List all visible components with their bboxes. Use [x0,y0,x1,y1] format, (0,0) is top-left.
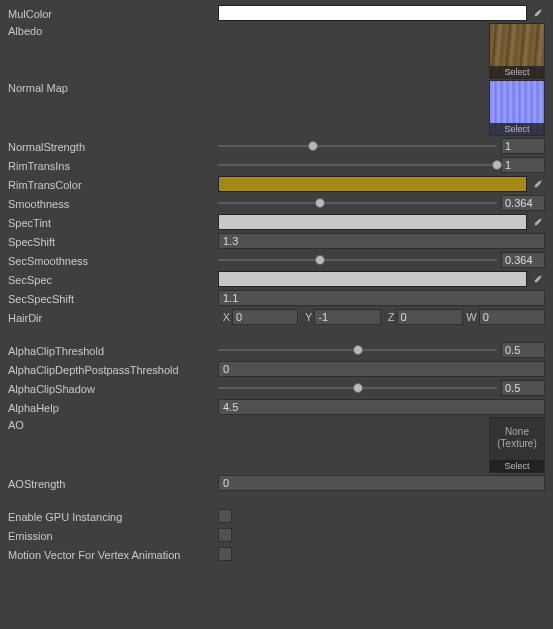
ao-texture-slot[interactable]: None(Texture) Select [489,417,545,473]
rimtranscolor-swatch[interactable] [218,176,527,192]
mulcolor-label: MulColor [8,6,218,20]
spectint-swatch[interactable] [218,214,527,230]
normalstrength-slider[interactable] [218,139,497,153]
specshift-input[interactable]: 1.3 [218,233,545,249]
alphahelp-input[interactable]: 4.5 [218,399,545,415]
hairdir-z-input[interactable]: 0 [397,309,463,325]
secspec-swatch[interactable] [218,271,527,287]
rimtransins-label: RimTransIns [8,158,218,172]
gpuinstancing-checkbox[interactable] [218,509,232,523]
alphaclipdepth-label: AlphaClipDepthPostpassThreshold [8,362,218,376]
slider-handle[interactable] [308,141,318,151]
hairdir-x-input[interactable]: 0 [232,309,298,325]
rimtransins-slider[interactable] [218,158,497,172]
axis-y-label: Y [300,311,312,323]
albedo-label: Albedo [8,23,218,37]
normalmap-label: Normal Map [8,80,218,94]
select-label: Select [490,460,544,472]
secsmoothness-value[interactable]: 0.364 [501,252,545,268]
eyedropper-icon[interactable] [531,271,545,287]
motionvector-checkbox[interactable] [218,547,232,561]
axis-z-label: Z [383,311,395,323]
secspec-label: SecSpec [8,272,218,286]
specshift-label: SpecShift [8,234,218,248]
gpuinstancing-label: Enable GPU Instancing [8,509,218,523]
rimtranscolor-label: RimTransColor [8,177,218,191]
normalstrength-label: NormalStrength [8,139,218,153]
aostrength-label: AOStrength [8,476,218,490]
alphaclipdepth-input[interactable]: 0 [218,361,545,377]
albedo-texture-slot[interactable]: Select [489,23,545,79]
slider-handle[interactable] [353,345,363,355]
hairdir-y-input[interactable]: -1 [314,309,380,325]
select-label: Select [490,123,544,135]
axis-w-label: W [465,311,477,323]
hairdir-label: HairDir [8,310,218,324]
emission-label: Emission [8,528,218,542]
alphaclipthreshold-slider[interactable] [218,343,497,357]
smoothness-label: Smoothness [8,196,218,210]
axis-x-label: X [218,311,230,323]
ao-label: AO [8,417,218,431]
motionvector-label: Motion Vector For Vertex Animation [8,547,218,561]
mulcolor-swatch[interactable] [218,5,527,21]
secspecshift-label: SecSpecShift [8,291,218,305]
slider-handle[interactable] [315,255,325,265]
spectint-label: SpecTint [8,215,218,229]
eyedropper-icon[interactable] [531,5,545,21]
none-texture-text: None(Texture) [490,426,544,450]
normalstrength-value[interactable]: 1 [501,138,545,154]
secspecshift-input[interactable]: 1.1 [218,290,545,306]
select-label: Select [490,66,544,78]
alphaclipshadow-label: AlphaClipShadow [8,381,218,395]
alphaclipthreshold-value[interactable]: 0.5 [501,342,545,358]
smoothness-value[interactable]: 0.364 [501,195,545,211]
emission-checkbox[interactable] [218,528,232,542]
slider-handle[interactable] [353,383,363,393]
eyedropper-icon[interactable] [531,214,545,230]
secsmoothness-slider[interactable] [218,253,497,267]
eyedropper-icon[interactable] [531,176,545,192]
normalmap-texture-slot[interactable]: Select [489,80,545,136]
aostrength-input[interactable]: 0 [218,475,545,491]
slider-handle[interactable] [315,198,325,208]
alphaclipshadow-value[interactable]: 0.5 [501,380,545,396]
secsmoothness-label: SecSmoothness [8,253,218,267]
smoothness-slider[interactable] [218,196,497,210]
rimtransins-value[interactable]: 1 [501,157,545,173]
hairdir-w-input[interactable]: 0 [479,309,545,325]
slider-handle[interactable] [492,160,502,170]
alphaclipthreshold-label: AlphaClipThreshold [8,343,218,357]
alphahelp-label: AlphaHelp [8,400,218,414]
alphaclipshadow-slider[interactable] [218,381,497,395]
